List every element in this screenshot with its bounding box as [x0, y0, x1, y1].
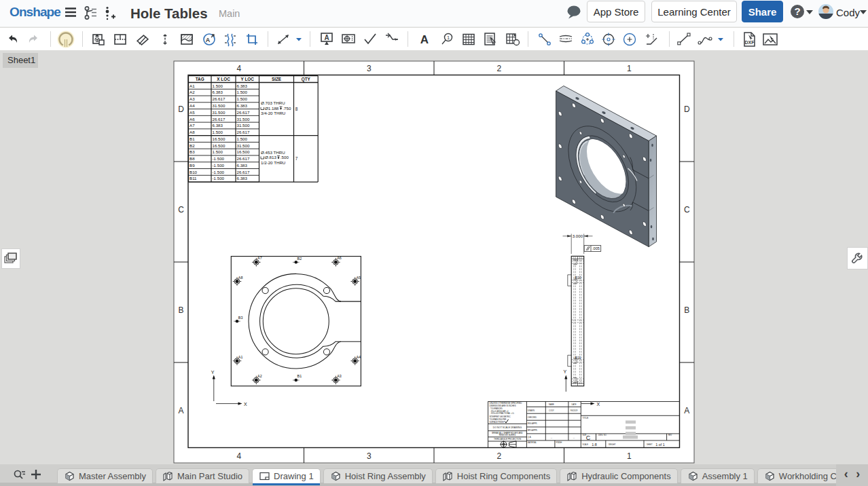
svg-text:SHEET: SHEET	[647, 443, 653, 446]
svg-text:C: C	[684, 205, 690, 214]
svg-text:DXF: DXF	[745, 40, 755, 45]
svg-text:DATE: DATE	[572, 403, 577, 406]
svg-text:TAG: TAG	[196, 77, 204, 81]
svg-text:TITLE:: TITLE:	[583, 417, 590, 419]
svg-text:A: A	[324, 34, 329, 41]
svg-text:A4: A4	[357, 355, 361, 359]
svg-text:Y LOC: Y LOC	[240, 77, 254, 81]
svg-text:1.500: 1.500	[213, 83, 223, 88]
svg-text:.XX±.01 ANGULAR: ±1: .XX±.01 ANGULAR: ±1	[490, 410, 509, 413]
svg-text:CHECKED: CHECKED	[528, 416, 537, 419]
svg-text:7: 7	[295, 156, 298, 161]
svg-text:.005: .005	[592, 246, 600, 250]
svg-text:DWG. NO.: DWG. NO.	[598, 434, 607, 436]
svg-text:B3: B3	[189, 149, 195, 154]
svg-text:A8: A8	[189, 130, 195, 134]
svg-text:A3: A3	[337, 374, 342, 378]
svg-text:.XXX±.005 FRACTIONAL: ±⅛: .XXX±.005 FRACTIONAL: ±⅛	[490, 412, 514, 415]
svg-text:--: --	[573, 436, 575, 439]
svg-text:B2: B2	[297, 257, 302, 261]
svg-text:-1.500: -1.500	[213, 170, 225, 174]
svg-text:A: A	[178, 406, 183, 415]
svg-text:16.500: 16.500	[237, 149, 250, 154]
svg-text:A7: A7	[189, 123, 195, 128]
svg-text:X: X	[244, 402, 247, 407]
svg-text:31.500: 31.500	[213, 110, 225, 115]
svg-text:3.000: 3.000	[573, 233, 583, 238]
svg-text:-1.500: -1.500	[213, 176, 225, 181]
svg-text:B1: B1	[189, 136, 195, 141]
svg-text:THIRD ANGLE PROJECTION: THIRD ANGLE PROJECTION	[494, 438, 521, 441]
svg-text:-1.500: -1.500	[213, 156, 225, 161]
svg-text:4: 4	[236, 451, 241, 461]
svg-text:B10: B10	[189, 170, 198, 174]
svg-text:3: 3	[367, 64, 372, 73]
svg-text:A6: A6	[189, 117, 195, 122]
svg-text:A: A	[420, 33, 429, 46]
svg-text:6.383: 6.383	[237, 83, 248, 88]
svg-text:26.617: 26.617	[237, 130, 250, 134]
svg-text:A4: A4	[189, 103, 195, 108]
svg-text:Ø.703 THRU: Ø.703 THRU	[261, 100, 285, 105]
svg-text:A7: A7	[257, 256, 262, 260]
svg-text:FINISH: FINISH	[556, 441, 562, 444]
svg-text:1.500: 1.500	[213, 149, 223, 154]
svg-text:A2: A2	[189, 90, 195, 94]
svg-text:A1: A1	[238, 355, 243, 359]
svg-text:1:8: 1:8	[592, 443, 597, 447]
svg-text:8: 8	[295, 107, 298, 111]
svg-text:1/2-20 THRU: 1/2-20 THRU	[261, 160, 285, 165]
svg-text:B11: B11	[189, 176, 197, 181]
svg-text:A: A	[206, 36, 211, 43]
svg-text:3: 3	[367, 451, 372, 461]
svg-text:NAME: NAME	[549, 403, 554, 406]
svg-text:B: B	[178, 305, 183, 315]
svg-text:B1: B1	[297, 374, 302, 378]
svg-text:.750: .750	[283, 106, 291, 111]
svg-text:A3: A3	[189, 96, 195, 101]
svg-text:B9: B9	[189, 163, 195, 168]
svg-text:1: 1	[627, 451, 632, 461]
svg-text:DIMENSIONS ARE IN INCHES: DIMENSIONS ARE IN INCHES	[490, 405, 516, 407]
svg-text:1.500: 1.500	[237, 136, 248, 141]
svg-text:26.617: 26.617	[213, 117, 225, 122]
svg-text:2: 2	[496, 451, 501, 461]
svg-text:6.383: 6.383	[237, 103, 248, 108]
svg-text:Y: Y	[564, 369, 567, 374]
svg-text:C: C	[586, 434, 591, 441]
svg-text:B11: B11	[575, 356, 581, 360]
svg-text:26.617: 26.617	[237, 110, 250, 115]
svg-text:TOLERANCING PER:: TOLERANCING PER:	[490, 418, 507, 421]
svg-text:D: D	[178, 105, 184, 114]
svg-text:QTY: QTY	[302, 77, 311, 82]
svg-text:31.500: 31.500	[237, 117, 250, 122]
svg-text:26.617: 26.617	[237, 156, 250, 161]
svg-text:1.500: 1.500	[213, 130, 223, 134]
svg-text:Y: Y	[211, 370, 215, 375]
svg-text:TOLERANCES:: TOLERANCES:	[490, 407, 503, 410]
svg-text:DRAWN: DRAWN	[528, 409, 535, 412]
svg-text:Ø.453 THRU: Ø.453 THRU	[261, 150, 285, 155]
svg-text:9/6/2019: 9/6/2019	[571, 409, 578, 412]
svg-text:3/4-20 THRU: 3/4-20 THRU	[261, 111, 285, 115]
svg-text:26.617: 26.617	[213, 96, 225, 101]
svg-text:Ø1.188: Ø1.188	[265, 106, 279, 111]
svg-text:31.500: 31.500	[213, 103, 225, 108]
svg-text:2: 2	[496, 64, 501, 73]
svg-text:1: 1	[627, 64, 632, 73]
svg-text:REV: REV	[668, 434, 672, 436]
svg-text:31.500: 31.500	[237, 143, 250, 148]
svg-text:SURFACE FINISH:: SURFACE FINISH:	[490, 421, 505, 424]
svg-text:X LOC: X LOC	[217, 77, 230, 81]
svg-text:B8: B8	[189, 156, 195, 161]
svg-text:B: B	[684, 305, 689, 315]
svg-text:A5: A5	[189, 110, 195, 115]
svg-text:A5: A5	[357, 276, 361, 280]
svg-text:16.500: 16.500	[213, 143, 225, 148]
svg-text:INTERPRET GEOMETRIC: INTERPRET GEOMETRIC	[490, 415, 511, 418]
svg-text:Q.A.: Q.A.	[528, 436, 532, 438]
svg-text:4: 4	[236, 64, 241, 73]
svg-text:16.500: 16.500	[213, 136, 225, 141]
svg-text:CODY: CODY	[549, 409, 554, 412]
svg-text:MFG APPR.: MFG APPR.	[528, 429, 538, 432]
